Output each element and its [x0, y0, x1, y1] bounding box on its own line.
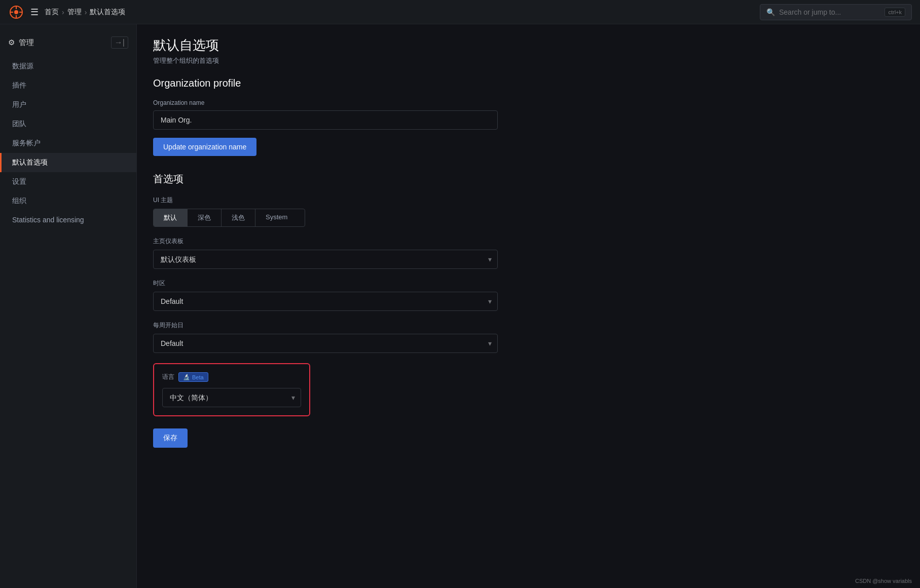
timezone-select[interactable]: Default	[153, 292, 498, 311]
breadcrumb-sep1: ›	[62, 8, 64, 16]
theme-dark[interactable]: 深色	[188, 209, 222, 226]
sidebar-item-default-preferences-label: 默认首选项	[12, 158, 48, 167]
timezone-label: 时区	[153, 279, 904, 288]
home-dashboard-field: 主页仪表板 默认仪表板 ▾	[153, 237, 904, 269]
breadcrumb-admin[interactable]: 管理	[67, 8, 82, 17]
sidebar-title: ⚙ 管理	[8, 38, 34, 48]
beta-badge: 🔬 Beta	[178, 372, 208, 382]
sidebar-item-default-preferences[interactable]: 默认首选项	[0, 153, 136, 172]
sidebar-header: ⚙ 管理 →|	[0, 32, 136, 57]
search-bar[interactable]: 🔍 Search or jump to... ctrl+k	[760, 4, 912, 20]
sidebar-collapse-btn[interactable]: →|	[111, 36, 128, 49]
home-dashboard-select[interactable]: 默认仪表板	[153, 250, 498, 269]
sidebar-item-plugins[interactable]: 插件	[0, 76, 136, 95]
theme-system[interactable]: System	[255, 209, 298, 226]
week-start-select[interactable]: Default	[153, 334, 498, 353]
org-name-input[interactable]	[153, 110, 498, 130]
sidebar: ⚙ 管理 →| 数据源 插件 用户 团队 服务帐户 默认首选项	[0, 24, 137, 588]
sidebar-item-users-label: 用户	[12, 100, 26, 109]
home-dashboard-select-wrapper: 默认仪表板 ▾	[153, 250, 498, 269]
breadcrumb-sep2: ›	[85, 8, 87, 16]
home-dashboard-label: 主页仪表板	[153, 237, 904, 246]
timezone-select-wrapper: Default ▾	[153, 292, 498, 311]
ui-theme-field: UI 主题 默认 深色 浅色 System	[153, 196, 904, 227]
main-content: 默认自选项 管理整个组织的首选项 Organization profile Or…	[137, 24, 920, 588]
sidebar-item-datasource-label: 数据源	[12, 62, 33, 71]
sidebar-item-stats[interactable]: Statistics and licensing	[0, 211, 136, 229]
sidebar-item-service-accounts-label: 服务帐户	[12, 139, 41, 148]
main-layout: ⚙ 管理 →| 数据源 插件 用户 团队 服务帐户 默认首选项	[0, 24, 920, 588]
theme-light[interactable]: 浅色	[222, 209, 255, 226]
beta-label-text: Beta	[192, 374, 204, 380]
sidebar-item-plugins-label: 插件	[12, 81, 26, 90]
timezone-field: 时区 Default ▾	[153, 279, 904, 311]
sidebar-item-datasource[interactable]: 数据源	[0, 57, 136, 76]
sidebar-nav: 数据源 插件 用户 团队 服务帐户 默认首选项 设置 组织	[0, 57, 136, 229]
org-name-field: Organization name	[153, 99, 904, 138]
breadcrumb: 首页 › 管理 › 默认首选项	[45, 8, 125, 17]
week-start-field: 每周开始日 Default ▾	[153, 321, 904, 353]
svg-point-2	[14, 10, 18, 14]
sidebar-item-settings-label: 设置	[12, 177, 26, 186]
language-select[interactable]: 中文（简体）	[162, 388, 301, 407]
sidebar-item-stats-label: Statistics and licensing	[12, 216, 84, 224]
breadcrumb-current: 默认首选项	[90, 8, 125, 17]
org-profile-section: Organization profile Organization name U…	[153, 77, 904, 156]
nav-left: ☰ 首页 › 管理 › 默认首选项	[8, 4, 125, 20]
week-start-label: 每周开始日	[153, 321, 904, 330]
org-name-label: Organization name	[153, 99, 904, 106]
sidebar-title-text: 管理	[19, 38, 34, 48]
breadcrumb-home[interactable]: 首页	[45, 8, 59, 17]
search-icon: 🔍	[766, 8, 775, 16]
language-section: 语言 🔬 Beta 中文（简体） ▾	[153, 363, 310, 416]
sidebar-item-organizations-label: 组织	[12, 197, 26, 206]
sidebar-item-teams-label: 团队	[12, 120, 26, 129]
grafana-logo	[8, 4, 24, 20]
sidebar-item-service-accounts[interactable]: 服务帐户	[0, 134, 136, 153]
language-label: 语言	[162, 373, 174, 381]
sidebar-item-teams[interactable]: 团队	[0, 114, 136, 134]
org-profile-title: Organization profile	[153, 77, 904, 89]
week-start-select-wrapper: Default ▾	[153, 334, 498, 353]
update-org-name-button[interactable]: Update organization name	[153, 138, 256, 156]
language-header: 语言 🔬 Beta	[162, 372, 301, 382]
save-button[interactable]: 保存	[153, 428, 188, 448]
preferences-section: 首选项 UI 主题 默认 深色 浅色 System 主页仪表板 默认仪表板	[153, 172, 904, 448]
sidebar-item-users[interactable]: 用户	[0, 95, 136, 114]
beta-beaker-icon: 🔬	[183, 374, 190, 380]
hamburger-menu[interactable]: ☰	[30, 7, 39, 18]
sidebar-item-organizations[interactable]: 组织	[0, 191, 136, 211]
theme-selector: 默认 深色 浅色 System	[153, 209, 305, 227]
top-navigation: ☰ 首页 › 管理 › 默认首选项 🔍 Search or jump to...…	[0, 0, 920, 24]
page-subtitle: 管理整个组织的首选项	[153, 56, 904, 65]
gear-icon: ⚙	[8, 38, 15, 47]
search-placeholder-text: Search or jump to...	[779, 8, 841, 16]
page-header: 默认自选项 管理整个组织的首选项	[153, 36, 904, 65]
search-shortcut: ctrl+k	[885, 8, 905, 17]
footer-note: CSDN @show variabls	[855, 578, 912, 584]
sidebar-item-settings[interactable]: 设置	[0, 172, 136, 191]
theme-default[interactable]: 默认	[154, 209, 188, 226]
page-title: 默认自选项	[153, 36, 904, 54]
language-select-wrapper: 中文（简体） ▾	[162, 388, 301, 407]
preferences-title: 首选项	[153, 172, 904, 186]
ui-theme-label: UI 主题	[153, 196, 904, 205]
